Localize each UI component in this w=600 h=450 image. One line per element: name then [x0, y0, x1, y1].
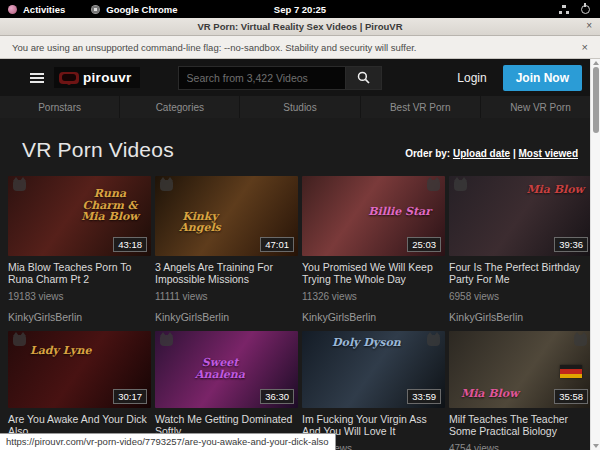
video-thumbnail[interactable]: Mia Blow 35:58 — [449, 331, 592, 408]
duration-badge: 47:01 — [260, 237, 294, 252]
studio-link[interactable]: KinkyGirlsBerlin — [8, 311, 151, 323]
vr-goggles-icon — [59, 72, 79, 84]
chrome-infobar: You are using an unsupported command-lin… — [0, 36, 600, 59]
thumbnail-overlay-title: Runa Charm & Mia Blow — [75, 188, 145, 223]
login-link[interactable]: Login — [451, 71, 492, 85]
video-thumbnail[interactable]: Runa Charm & Mia Blow 43:18 — [8, 176, 151, 256]
studio-watermark-icon — [454, 180, 467, 191]
studio-watermark-icon — [13, 180, 26, 191]
duration-badge: 43:18 — [113, 237, 147, 252]
video-thumbnail[interactable]: Doly Dyson 33:59 — [302, 331, 445, 408]
nav-item-best-vr-porn[interactable]: Best VR Porn — [361, 96, 481, 118]
site-header: pirouvr Login Join Now — [0, 59, 600, 96]
scrollbar[interactable] — [590, 59, 600, 450]
nav-item-categories[interactable]: Categories — [120, 96, 240, 118]
page-title: VR Porn Videos — [22, 138, 174, 162]
activities-button[interactable]: Activities — [23, 4, 65, 15]
order-separator: | — [513, 148, 516, 159]
video-title-link[interactable]: 3 Angels Are Training For Impossible Mis… — [155, 261, 298, 286]
video-card: Kinky Angels 47:01 3 Angels Are Training… — [155, 176, 298, 323]
system-top-bar: Activities Google Chrome Sep 7 20:25 — [0, 0, 600, 18]
studio-link[interactable]: KinkyGirlsBerlin — [449, 311, 592, 323]
chrome-icon — [91, 5, 100, 14]
video-title-link[interactable]: You Promised We Will Keep Trying The Who… — [302, 261, 445, 286]
order-most-viewed-link[interactable]: Most viewed — [519, 148, 578, 159]
nav-item-new-vr-porn[interactable]: New VR Porn — [481, 96, 600, 118]
order-by: Order by: Upload date | Most viewed — [405, 148, 578, 159]
video-thumbnail[interactable]: Billie Star 25:03 — [302, 176, 445, 256]
video-card: Mia Blow 39:36 Four Is The Perfect Birth… — [449, 176, 592, 323]
scrollbar-thumb[interactable] — [593, 67, 599, 133]
video-grid-row-2: Lady Lyne 30:17 Are You Awake And Your D… — [0, 329, 600, 450]
network-icon[interactable] — [559, 5, 569, 14]
thumbnail-overlay-title: Kinky Angels — [165, 211, 235, 234]
menu-hamburger-icon[interactable] — [30, 73, 44, 83]
video-thumbnail[interactable]: Lady Lyne 30:17 — [8, 331, 151, 408]
studio-watermark-icon — [160, 335, 173, 346]
studio-watermark-icon — [574, 335, 587, 346]
nav-item-studios[interactable]: Studios — [240, 96, 360, 118]
distro-logo-icon — [8, 5, 17, 14]
studio-watermark-icon — [13, 335, 26, 346]
window-titlebar: VR Porn: Virtual Reality Sex Videos | Pi… — [0, 18, 600, 36]
status-url-tooltip: https://pirouvr.com/vr-porn-video/779325… — [0, 433, 336, 450]
duration-badge: 36:30 — [260, 389, 294, 404]
view-count: 6958 views — [449, 291, 592, 302]
focused-app-menu[interactable]: Google Chrome — [106, 4, 177, 15]
studio-link[interactable]: KinkyGirlsBerlin — [302, 311, 445, 323]
thumbnail-overlay-title: Mia Blow — [461, 388, 519, 400]
thumbnail-overlay-title: Doly Dyson — [332, 337, 401, 349]
video-grid-row-1: Runa Charm & Mia Blow 43:18 Mia Blow Tea… — [0, 174, 600, 323]
duration-badge: 25:03 — [407, 237, 441, 252]
thumbnail-overlay-title: Mia Blow — [526, 184, 584, 196]
studio-link[interactable]: KinkyGirlsBerlin — [155, 311, 298, 323]
site-logo-text: pirouvr — [83, 70, 132, 85]
window-close-button[interactable]: × — [586, 20, 592, 31]
search-icon — [357, 71, 370, 84]
scrollbar-down-arrow[interactable] — [593, 444, 599, 448]
video-thumbnail[interactable]: Mia Blow 39:36 — [449, 176, 592, 256]
thumbnail-overlay-title: Lady Lyne — [30, 345, 92, 357]
join-now-button[interactable]: Join Now — [503, 65, 582, 91]
view-count: 11326 views — [302, 291, 445, 302]
video-title-link[interactable]: Four Is The Perfect Birthday Party For M… — [449, 261, 592, 286]
thumbnail-overlay-title: Billie Star — [368, 206, 431, 218]
webpage: pirouvr Login Join Now Pornstars Categor… — [0, 59, 600, 450]
duration-badge: 33:59 — [407, 389, 441, 404]
duration-badge: 35:58 — [554, 389, 588, 404]
search-input[interactable] — [178, 66, 346, 90]
site-logo[interactable]: pirouvr — [54, 67, 140, 88]
video-title-link[interactable]: Milf Teaches The Teacher Some Practical … — [449, 413, 592, 438]
video-title-link[interactable]: Mia Blow Teaches Porn To Runa Charm Pt 2 — [8, 261, 151, 286]
studio-watermark-icon — [427, 180, 440, 191]
window-title: VR Porn: Virtual Reality Sex Videos | Pi… — [197, 21, 402, 32]
screen: Activities Google Chrome Sep 7 20:25 VR … — [0, 0, 600, 450]
german-flag-icon — [560, 365, 582, 378]
studio-watermark-icon — [160, 180, 173, 191]
thumbnail-overlay-title: Sweet Analena — [185, 357, 255, 380]
video-card: Mia Blow 35:58 Milf Teaches The Teacher … — [449, 331, 592, 450]
video-card: Runa Charm & Mia Blow 43:18 Mia Blow Tea… — [8, 176, 151, 323]
infobar-message: You are using an unsupported command-lin… — [12, 42, 417, 53]
nav-item-pornstars[interactable]: Pornstars — [0, 96, 120, 118]
scrollbar-up-arrow[interactable] — [593, 61, 599, 65]
view-count: 11111 views — [155, 291, 298, 302]
main-nav: Pornstars Categories Studios Best VR Por… — [0, 96, 600, 118]
view-count: 4754 views — [449, 443, 592, 450]
video-thumbnail[interactable]: Kinky Angels 47:01 — [155, 176, 298, 256]
order-by-label: Order by: — [405, 148, 450, 159]
studio-watermark-icon — [427, 335, 440, 346]
duration-badge: 39:36 — [554, 237, 588, 252]
infobar-close-button[interactable]: × — [582, 41, 588, 53]
search-button[interactable] — [346, 66, 382, 90]
order-upload-date-link[interactable]: Upload date — [453, 148, 510, 159]
video-thumbnail[interactable]: Sweet Analena 36:30 — [155, 331, 298, 408]
duration-badge: 30:17 — [113, 389, 147, 404]
video-card: Billie Star 25:03 You Promised We Will K… — [302, 176, 445, 323]
view-count: 19183 views — [8, 291, 151, 302]
power-icon[interactable] — [581, 5, 590, 14]
